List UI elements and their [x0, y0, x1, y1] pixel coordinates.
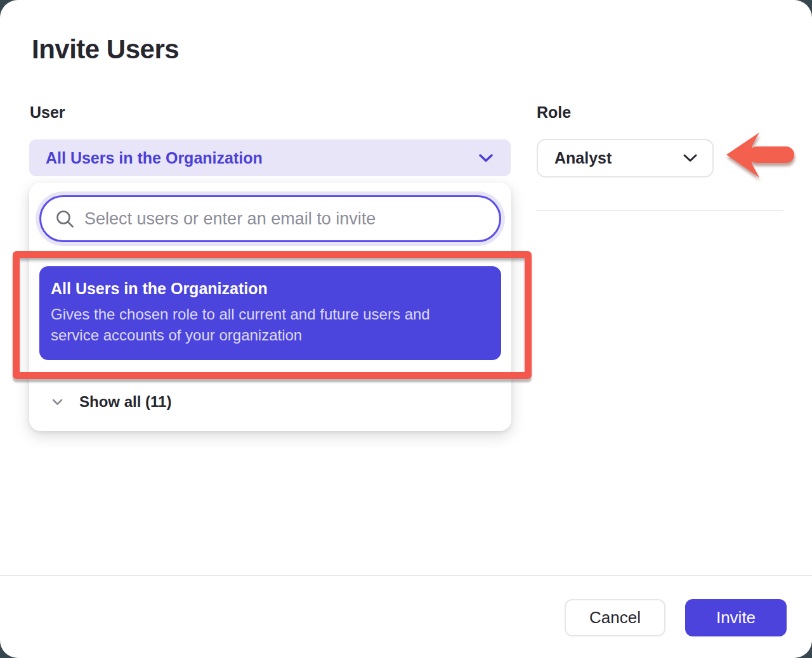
chevron-down-icon	[52, 399, 63, 406]
page-title: Invite Users	[32, 34, 179, 65]
show-all-toggle[interactable]: Show all (11)	[29, 387, 511, 417]
option-title: All Users in the Organization	[51, 280, 482, 298]
user-dropdown-panel: All Users in the Organization Gives the …	[29, 183, 511, 431]
role-field-label: Role	[537, 103, 571, 122]
role-section-divider	[537, 210, 783, 211]
role-select-value: Analyst	[554, 149, 612, 167]
option-all-users-in-organization[interactable]: All Users in the Organization Gives the …	[39, 266, 501, 360]
footer-divider	[0, 575, 812, 576]
cancel-button[interactable]: Cancel	[565, 599, 665, 636]
show-all-label: Show all (11)	[79, 393, 171, 411]
user-search-input[interactable]	[84, 209, 487, 229]
chevron-down-icon	[479, 154, 493, 162]
user-select[interactable]: All Users in the Organization	[29, 139, 511, 176]
option-description: Gives the chosen role to all current and…	[51, 304, 482, 345]
user-select-value: All Users in the Organization	[46, 149, 263, 167]
user-field-label: User	[30, 103, 65, 122]
annotation-arrow-left-icon	[722, 131, 797, 186]
invite-button[interactable]: Invite	[685, 599, 787, 636]
search-icon	[55, 209, 74, 228]
invite-users-modal: Invite Users User Role All Users in the …	[0, 0, 812, 658]
chevron-down-icon	[683, 154, 697, 162]
user-search-box[interactable]	[39, 195, 501, 242]
role-select[interactable]: Analyst	[537, 139, 714, 177]
